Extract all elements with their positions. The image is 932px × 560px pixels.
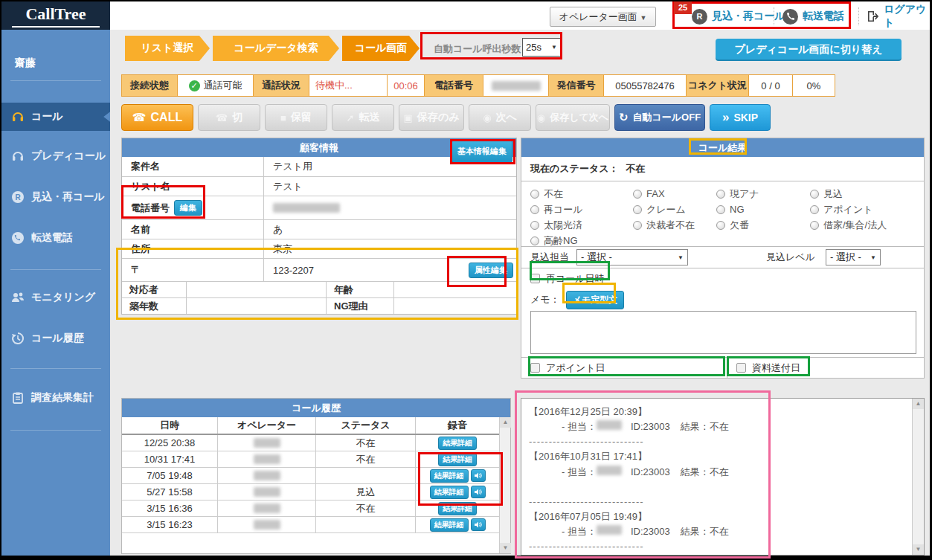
result-detail-button[interactable]: 結果詳細 (438, 502, 477, 515)
radio-option[interactable]: 再コール (530, 202, 583, 217)
transfer-button[interactable]: ➚ 転送 (332, 104, 394, 131)
radio-option[interactable]: クレーム (633, 202, 695, 217)
radio-icon (633, 205, 642, 214)
appointment-date-label: アポイント日 (546, 361, 605, 375)
radio-option[interactable]: 見込 (810, 186, 887, 202)
scroll-up-icon[interactable]: ▲ (913, 399, 924, 409)
top-link-prospect-recall[interactable]: R 見込・再コール (692, 8, 785, 25)
history-status: 見込 (315, 484, 415, 500)
sidebar-item-label: 見込・再コール (31, 190, 105, 204)
result-detail-button[interactable]: 結果詳細 (438, 437, 477, 450)
result-detail-button[interactable]: 結果詳細 (430, 518, 469, 532)
scroll-down-icon[interactable]: ▼ (500, 543, 511, 553)
check-circle-icon: ✓ (189, 80, 200, 91)
sidebar-divider (10, 368, 101, 369)
save-and-next-button[interactable]: ◉ 保存して次へ (536, 104, 610, 131)
log-entry-result: 結果：不在 (681, 421, 729, 432)
history-icon (10, 331, 25, 346)
auto-call-seconds-select[interactable]: 25s ▼ (522, 38, 561, 57)
recall-datetime-checkbox[interactable] (530, 274, 540, 283)
chevron-down-icon: ▼ (640, 14, 646, 22)
operator-screen-dropdown[interactable]: オペレーター画面 ▼ (550, 7, 656, 27)
sidebar-item-monitoring[interactable]: モニタリング (1, 284, 110, 311)
connect-status-label: コネクト状況 (687, 74, 749, 97)
top-link-transfer-phone[interactable]: 転送電話 (782, 8, 844, 25)
caller-number-value: 05055782476 (604, 74, 687, 97)
sidebar-item-transfer-phone[interactable]: 転送電話 (1, 225, 110, 251)
radio-label: 見込 (823, 187, 843, 201)
call-log-panel: 【2016年12月25日 20:39】 - 担当：ID:23003結果：不在 -… (521, 398, 925, 556)
radio-option[interactable]: 高齢NG (530, 233, 583, 248)
sidebar-item-predictive-call[interactable]: プレディコール (1, 143, 110, 170)
hold-icon: ■ (280, 112, 286, 123)
radio-option[interactable]: 太陽光済 (530, 217, 583, 233)
radio-option[interactable]: 決裁者不在 (633, 217, 695, 233)
radio-option[interactable]: アポイント (810, 202, 887, 217)
history-operator (217, 501, 315, 516)
breadcrumb-step-call-data-search[interactable]: コールデータ検索 (213, 36, 339, 61)
skip-button[interactable]: » SKIP (710, 104, 771, 131)
hangup-button[interactable]: ☎ 切 (198, 104, 260, 131)
hold-button[interactable]: ■ 保留 (265, 104, 327, 131)
current-status-value: 不在 (626, 163, 645, 174)
current-status-row: 現在のステータス： 不在 (521, 157, 924, 181)
radio-option[interactable]: 現アナ (716, 186, 759, 202)
ng-reason-value (393, 298, 516, 314)
result-detail-button[interactable]: 結果詳細 (438, 453, 477, 466)
radio-option[interactable]: 借家/集合/法人 (810, 217, 887, 233)
call-history-header: コール履歴 (122, 399, 510, 417)
appointment-date-checkbox[interactable] (530, 363, 540, 373)
history-actions: 結果詳細 (415, 517, 499, 532)
result-detail-button[interactable]: 結果詳細 (430, 469, 469, 483)
sidebar-item-prospect-recall[interactable]: R 見込・再コール (1, 184, 110, 210)
prospect-owner-select[interactable]: - 選択 - ▼ (576, 249, 688, 265)
phone-icon: ☎ (132, 111, 147, 124)
radio-option[interactable]: NG (716, 202, 759, 217)
history-operator (217, 451, 315, 467)
result-detail-button[interactable]: 結果詳細 (430, 486, 469, 499)
speaker-icon[interactable] (471, 486, 486, 498)
save-only-button[interactable]: ▣ 保存のみ (399, 104, 464, 131)
logout-icon (866, 10, 879, 23)
attribute-edit-button[interactable]: 属性編集 (469, 263, 513, 278)
logout-label: ログアウト (884, 3, 930, 30)
log-scrollbar[interactable]: ▲ ▼ (912, 399, 924, 555)
scroll-down-icon[interactable]: ▼ (913, 544, 924, 555)
radio-option[interactable]: FAX (633, 186, 695, 202)
speaker-icon[interactable] (471, 518, 486, 531)
radio-label: 太陽光済 (544, 219, 582, 232)
radio-option[interactable]: 欠番 (716, 217, 759, 233)
breadcrumb-step-list-select[interactable]: リスト選択 (125, 36, 210, 61)
history-scrollbar[interactable]: ▲ ▼ (499, 417, 510, 553)
address-value: 東京 (263, 239, 516, 258)
sidebar-item-survey-results[interactable]: 調査結果集計 (1, 384, 110, 411)
sidebar-item-call-history[interactable]: コール履歴 (1, 325, 110, 352)
breadcrumb-step-call-screen[interactable]: コール画面 (342, 36, 420, 61)
memo-textarea[interactable] (530, 311, 916, 354)
sidebar-item-label: 転送電話 (31, 231, 73, 245)
next-button[interactable]: ◉ 次へ (469, 104, 531, 131)
call-button[interactable]: ☎ CALL (121, 104, 193, 131)
radio-option[interactable]: 不在 (530, 186, 583, 202)
topbar-divider (774, 7, 774, 25)
phone-edit-button[interactable]: 編集 (174, 200, 202, 216)
memo-template-button[interactable]: メモ定型文 (566, 291, 625, 309)
logo-underline (12, 26, 100, 28)
prospect-level-select[interactable]: - 選択 - ▼ (826, 249, 881, 265)
document-sent-checkbox[interactable] (736, 363, 746, 373)
auto-call-off-button[interactable]: ↻ 自動コールOFF (614, 104, 705, 131)
history-datetime: 3/15 16:23 (122, 517, 217, 532)
transfer-phone-icon (10, 231, 25, 245)
scroll-up-icon[interactable]: ▲ (500, 417, 511, 428)
breadcrumb-label: コール画面 (355, 42, 408, 55)
speaker-icon[interactable] (471, 469, 486, 482)
sidebar-item-call[interactable]: コール (1, 103, 110, 131)
building-age-value (186, 298, 326, 314)
phone-number-row-label: 電話番号 編集 (122, 196, 263, 219)
switch-to-predictive-button[interactable]: プレディコール画面に切り替え (716, 39, 902, 59)
top-link-logout[interactable]: ログアウト (866, 8, 930, 25)
redacted-operator (254, 471, 280, 480)
log-entry-detail: - 担当：ID:23003結果：不在 (529, 524, 904, 539)
contact-person-label: 対応者 (122, 282, 186, 297)
name-value: あ (263, 220, 516, 239)
